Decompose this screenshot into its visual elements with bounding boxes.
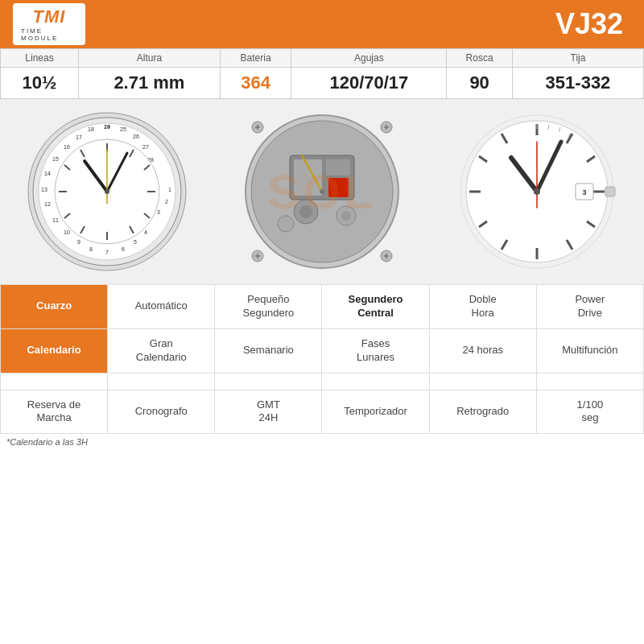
svg-text:10: 10 — [64, 229, 70, 235]
feature-grid: CuarzoAutomáticoPequeño SegunderoSegunde… — [0, 284, 644, 434]
svg-point-54 — [278, 216, 294, 232]
feature-cell: Pequeño Segundero — [215, 285, 322, 329]
feature-cell: Temporizador — [322, 390, 429, 434]
images-section: SOL 24 25 26 27 28 1 2 3 4 5 — [0, 99, 644, 284]
feature-cell: Multifunción — [536, 328, 643, 373]
svg-text:7: 7 — [105, 250, 109, 255]
feature-cell: Fases Lunares — [322, 328, 429, 373]
svg-point-92 — [534, 188, 540, 195]
feature-cell: GMT 24H — [215, 390, 322, 434]
specs-value: 2.71 mm — [79, 68, 221, 99]
specs-header: Bateria — [220, 49, 291, 68]
watch-dial-date: 24 25 26 27 28 1 2 3 4 5 6 7 8 9 10 11 1… — [19, 107, 196, 276]
svg-text:19: 19 — [104, 124, 110, 130]
svg-text:2: 2 — [165, 199, 168, 204]
svg-text:25: 25 — [120, 126, 126, 132]
logo-sub: TIME MODULE — [21, 27, 77, 42]
svg-rect-93 — [605, 187, 615, 196]
svg-text:26: 26 — [133, 134, 139, 139]
specs-value: 120/70/17 — [291, 68, 447, 99]
feature-cell: Power Drive — [536, 285, 643, 329]
svg-text:5: 5 — [134, 239, 137, 245]
svg-text:27: 27 — [142, 144, 149, 150]
svg-point-53 — [341, 211, 351, 221]
svg-text:6: 6 — [122, 246, 125, 252]
watch-movement — [233, 107, 411, 276]
specs-header: Lineas — [1, 49, 79, 68]
page-title: VJ32 — [85, 7, 631, 41]
svg-text:8: 8 — [89, 246, 93, 252]
svg-point-51 — [299, 205, 312, 218]
feature-cell: Doble Hora — [429, 285, 536, 329]
svg-point-56 — [320, 189, 324, 194]
feature-cell: Reserva de Marcha — [1, 390, 108, 434]
specs-value: 351-332 — [512, 68, 643, 99]
specs-header: Tija — [512, 49, 643, 68]
svg-rect-48 — [326, 159, 350, 175]
svg-point-43 — [105, 189, 109, 194]
svg-text:13: 13 — [41, 187, 47, 192]
feature-cell: Retrogrado — [429, 390, 536, 434]
feature-cell — [322, 373, 429, 390]
feature-cell: Calendario — [1, 328, 108, 373]
specs-value: 364 — [220, 68, 291, 99]
svg-text:1: 1 — [168, 187, 171, 192]
svg-text:11: 11 — [52, 217, 59, 223]
specs-header: Altura — [79, 49, 221, 68]
feature-cell: Semanario — [215, 328, 322, 373]
svg-text:12: 12 — [44, 201, 51, 207]
svg-text:17: 17 — [76, 134, 82, 140]
specs-value: 10½ — [1, 68, 79, 99]
feature-cell — [1, 373, 108, 390]
feature-cell: Cuarzo — [1, 285, 108, 329]
svg-text:3: 3 — [582, 188, 586, 196]
svg-text:16: 16 — [64, 144, 70, 150]
watch-dial-clean: 3 — [448, 107, 625, 276]
footnote: *Calendario a las 3H — [0, 434, 644, 450]
feature-cell — [215, 373, 322, 390]
feature-cell: 1/100 seg — [536, 390, 643, 434]
specs-header: Agujas — [291, 49, 447, 68]
svg-text:18: 18 — [88, 126, 94, 132]
feature-cell — [536, 373, 643, 390]
svg-text:14: 14 — [44, 171, 51, 176]
header: TMI TIME MODULE VJ32 — [0, 0, 644, 48]
feature-cell — [108, 373, 215, 390]
feature-cell: 24 horas — [429, 328, 536, 373]
svg-text:9: 9 — [77, 239, 80, 245]
svg-text:4: 4 — [144, 229, 147, 235]
logo-area: TMI TIME MODULE — [13, 3, 85, 45]
logo-tmt: TMI — [33, 6, 66, 27]
feature-cell — [429, 373, 536, 390]
specs-value: 90 — [447, 68, 513, 99]
feature-cell: Automático — [108, 285, 215, 329]
specs-header: Rosca — [447, 49, 513, 68]
specs-table: LineasAlturaBateriaAgujasRoscaTija 10½2.… — [0, 48, 644, 99]
svg-rect-49 — [328, 178, 349, 197]
feature-cell: Segundero Central — [322, 285, 429, 329]
svg-text:15: 15 — [52, 156, 59, 162]
svg-text:3: 3 — [157, 209, 160, 215]
feature-cell: Cronografo — [108, 390, 215, 434]
feature-cell: Gran Calendario — [108, 328, 215, 373]
